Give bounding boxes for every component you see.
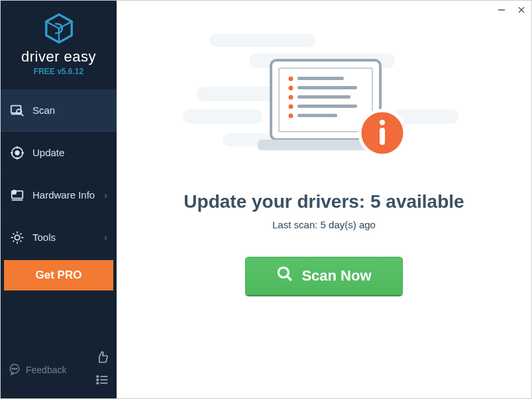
headline: Update your drivers: 5 available: [184, 191, 464, 212]
minimize-button[interactable]: [492, 1, 511, 19]
svg-line-48: [288, 276, 292, 281]
headline-suffix: available: [381, 191, 464, 212]
thumbs-up-icon[interactable]: [95, 351, 109, 367]
hardware-info-icon: i: [10, 188, 25, 202]
sidebar-item-scan[interactable]: Scan: [1, 89, 117, 132]
svg-point-11: [15, 151, 19, 155]
last-scan-text: Last scan: 5 day(s) ago: [272, 219, 376, 230]
window-controls: [492, 1, 531, 19]
svg-rect-39: [297, 95, 350, 99]
sidebar: driver easy FREE v5.6.12 Scan: [1, 1, 117, 398]
scan-now-button[interactable]: Scan Now: [245, 257, 403, 295]
close-button[interactable]: [511, 1, 531, 19]
headline-prefix: Update your drivers:: [184, 191, 370, 212]
list-icon[interactable]: [95, 373, 109, 389]
svg-point-24: [16, 368, 17, 369]
app-window: driver easy FREE v5.6.12 Scan: [0, 0, 532, 399]
svg-point-29: [97, 382, 99, 384]
headline-count: 5: [370, 191, 381, 212]
feedback-button[interactable]: Feedback: [9, 363, 66, 377]
svg-rect-46: [380, 128, 385, 145]
brand-name: driver easy: [1, 48, 117, 66]
sidebar-item-hardware-info[interactable]: i Hardware Info ›: [1, 174, 117, 216]
brand-version: FREE v5.6.12: [1, 67, 117, 76]
sidebar-item-update[interactable]: Update: [1, 132, 117, 174]
svg-point-23: [14, 368, 15, 369]
main-panel: Update your drivers: 5 available Last sc…: [117, 1, 531, 398]
scan-now-label: Scan Now: [301, 267, 371, 285]
magnifier-icon: [276, 265, 293, 287]
sidebar-item-label: Hardware Info: [32, 189, 95, 200]
sidebar-item-label: Update: [32, 147, 64, 158]
get-pro-label: Get PRO: [36, 269, 82, 282]
chat-icon: [9, 363, 21, 377]
svg-marker-4: [46, 15, 71, 28]
svg-point-34: [289, 77, 293, 81]
sidebar-nav: Scan Update i: [1, 89, 117, 259]
svg-point-36: [289, 86, 293, 91]
svg-point-27: [97, 379, 99, 381]
svg-point-40: [289, 105, 293, 109]
update-icon: [10, 146, 25, 160]
brand-logo-icon: [43, 13, 75, 44]
laptop-illustration: [225, 47, 423, 179]
scan-icon: [10, 103, 25, 118]
sidebar-bottom: Feedback: [1, 344, 117, 398]
brand-block: driver easy FREE v5.6.12: [1, 1, 117, 83]
svg-point-25: [97, 376, 99, 378]
svg-point-42: [289, 114, 293, 118]
sidebar-item-label: Scan: [32, 105, 55, 116]
sidebar-item-label: Tools: [32, 232, 56, 243]
sidebar-item-tools[interactable]: Tools ›: [1, 216, 117, 259]
svg-rect-41: [297, 105, 357, 108]
svg-point-38: [289, 95, 293, 100]
feedback-label: Feedback: [26, 365, 66, 375]
svg-point-22: [12, 368, 13, 369]
last-scan-value: 5 day(s) ago: [321, 219, 376, 230]
chevron-right-icon: ›: [104, 232, 107, 243]
tools-icon: [10, 230, 25, 245]
svg-line-9: [21, 113, 24, 116]
get-pro-button[interactable]: Get PRO: [4, 260, 113, 290]
chevron-right-icon: ›: [104, 190, 107, 200]
last-scan-prefix: Last scan:: [272, 219, 321, 230]
svg-rect-35: [297, 77, 344, 80]
svg-rect-37: [297, 86, 357, 89]
svg-rect-43: [297, 114, 337, 117]
svg-point-45: [380, 120, 385, 125]
svg-point-47: [279, 267, 289, 277]
svg-text:i: i: [14, 191, 15, 194]
svg-point-20: [15, 235, 19, 240]
